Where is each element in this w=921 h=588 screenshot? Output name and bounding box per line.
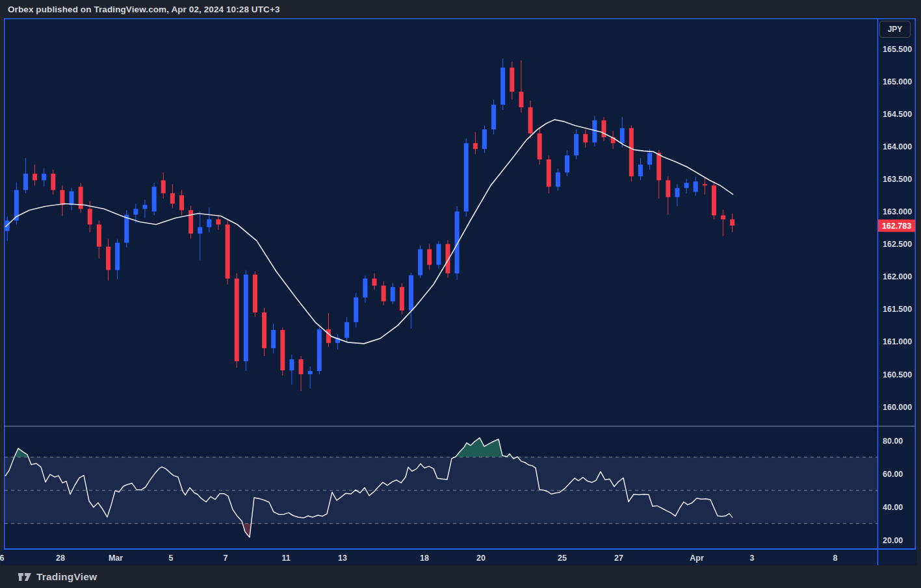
header-bar: Orbex published on TradingView.com, Apr …	[0, 0, 921, 18]
price-scale[interactable]	[878, 18, 917, 549]
footer-bar: TradingView	[0, 565, 921, 588]
pane-separator-handle[interactable]	[0, 424, 877, 429]
published-chart-page: { "header": { "publish_info": "Orbex pub…	[0, 0, 921, 588]
chart-area: 165.500165.000164.500164.000163.500163.0…	[0, 18, 917, 565]
time-scale[interactable]	[0, 549, 877, 565]
publish-info: Orbex published on TradingView.com, Apr …	[8, 5, 280, 14]
tradingview-logo-icon[interactable]	[18, 571, 32, 582]
brand-name[interactable]: TradingView	[36, 571, 97, 583]
chart-canvas[interactable]: 165.500165.000164.500164.000163.500163.0…	[0, 18, 917, 565]
